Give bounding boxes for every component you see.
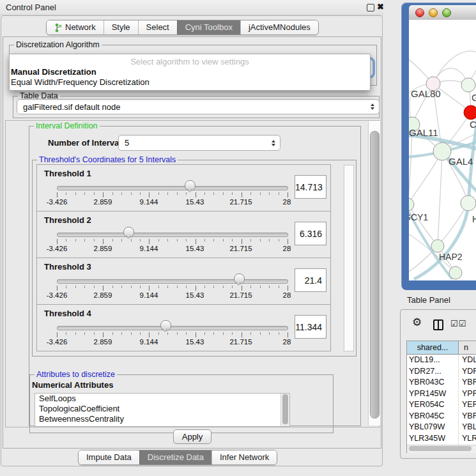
slider-scale-label: -3.426 [47,338,68,346]
threshold-value-field[interactable]: 11.344 [295,315,326,339]
network-canvas[interactable]: GAL80GCGAL11GAL4GCY1HHAP2 [409,20,476,280]
slider-ticks [57,192,288,197]
slider-scale-label: 21.715 [229,245,252,252]
network-node-label: GAL4 [449,156,473,167]
number-of-intervals-value: 5 [125,138,129,148]
attribute-list-item[interactable]: SelfLoops [35,394,289,404]
attributes-group-title: Attributes to discretize [35,370,117,379]
slider-scale-label: 21.715 [229,291,252,299]
attribute-list-item[interactable]: TopologicalCoefficient [35,404,289,414]
threshold-slider-track[interactable] [57,186,288,190]
node-attribute-table[interactable]: shared...n YDL19...YDL1YDR27...YDR2YBR04… [406,341,476,453]
slider-ticks [57,239,288,244]
network-node[interactable] [461,78,475,92]
table-row[interactable]: YBR045CYBR0 [407,411,476,422]
attribute-list-item[interactable]: BetweennessCentrality [35,414,289,424]
table-row[interactable]: YER054CYER0 [407,399,476,411]
slider-scale-label: 9.144 [140,245,158,252]
threshold-slider-track[interactable] [57,279,288,284]
slider-scale-label: 28 [283,245,291,252]
table-row[interactable]: YBR043CYBR0 [407,377,476,388]
algorithm-option[interactable]: Manual Discretization [10,67,370,77]
slider-scale-label: 15.43 [186,291,204,299]
apply-button[interactable]: Apply [173,429,211,444]
table-row[interactable]: YDL19...YDL1 [407,355,476,366]
control-panel-titlebar: Control Panel [0,0,383,15]
checkboxes-icon[interactable]: ☑☑ [450,319,466,328]
tab-label: Discretize Data [148,450,204,464]
combo-arrows-icon [272,140,275,146]
columns-icon[interactable] [433,319,443,330]
float-window-icon[interactable] [367,4,374,12]
table-column-header[interactable]: shared... [407,341,459,355]
threshold-row: Threshold 3-3.4262.8599.14415.4321.71528… [36,257,331,305]
network-node-label: HAP2 [439,252,463,262]
table-data-select[interactable]: galFiltered.sif default node [17,99,380,114]
algorithm-option[interactable]: Equal Width/Frequency Discretization [10,77,370,88]
algorithm-popup-hint: Select algorithm to view settings [10,54,370,67]
table-row[interactable]: YLR345WYLR3 [407,433,476,445]
threshold-slider-thumb[interactable] [123,227,134,238]
close-traffic-light-icon[interactable] [415,8,424,17]
slider-scale-label: 9.144 [140,291,158,299]
table-cell: YLR345W [407,433,458,445]
table-hscrollbar-thumb[interactable] [409,446,472,451]
interval-definition-title: Interval Definition [34,121,100,130]
table-row[interactable]: YDR27...YDR2 [407,366,476,378]
bottom-tab-infer-network[interactable]: Infer Network [211,450,277,464]
network-node[interactable] [409,198,414,211]
table-cell: YER0 [458,399,476,411]
thresholds-group-title: Threshold's Coordinates for 5 Intervals [37,155,178,164]
bottom-tab-impute-data[interactable]: Impute Data [79,450,139,464]
slider-scale-label: 2.859 [94,291,112,299]
minimize-traffic-light-icon[interactable] [429,8,438,17]
bottom-tabbar: Impute DataDiscretize DataInfer Network [78,450,277,465]
table-row[interactable]: YBL079WYBL0 [407,422,476,433]
threshold-value-field[interactable]: 21.4 [295,268,326,292]
threshold-label: Threshold 1 [44,169,91,178]
tab-label: Infer Network [220,450,269,464]
table-column-header[interactable]: n [459,341,476,355]
table-cell: YER054C [407,399,458,411]
gear-icon[interactable]: ⚙ [412,317,422,328]
main-scrollbar-thumb[interactable] [370,131,380,418]
close-icon[interactable]: ✖ [377,2,384,12]
threshold-slider-track[interactable] [57,233,288,237]
threshold-slider-thumb[interactable] [234,273,245,284]
slider-scale-label: 9.144 [140,338,158,346]
threshold-slider-track[interactable] [57,326,288,330]
network-node[interactable] [431,240,444,252]
table-cell: YBL079W [407,422,458,433]
control-panel-title: Control Panel [6,3,56,12]
threshold-value-field[interactable]: 14.713 [295,175,326,199]
number-of-intervals-select[interactable]: 5 [118,135,280,151]
slider-scale-label: 15.43 [186,245,204,252]
threshold-label: Threshold 3 [44,262,91,272]
numerical-attributes-list[interactable]: SelfLoopsTopologicalCoefficientBetweenne… [35,393,290,427]
threshold-value-field[interactable]: 6.316 [295,222,326,245]
discretization-algorithm-group-title: Discretization Algorithm [14,40,102,49]
thresholds-scrollbar-track[interactable] [344,165,354,351]
attributes-scrollbar-thumb[interactable] [282,394,288,424]
slider-scale-label: 21.715 [229,338,252,346]
algorithm-dropdown-popup: Select algorithm to view settings Manual… [9,54,371,91]
table-row[interactable]: YPR145WYPR1 [407,388,476,400]
attributes-scrollbar[interactable] [280,394,289,426]
threshold-slider-thumb[interactable] [160,320,171,331]
network-window-titlebar[interactable] [409,5,476,20]
table-cell: YBR043C [407,377,458,388]
tab-label: Impute Data [86,450,132,464]
slider-scale-label: -3.426 [47,291,68,299]
threshold-label: Threshold 4 [44,309,91,318]
bottom-tab-discretize-data[interactable]: Discretize Data [139,450,211,464]
network-node[interactable] [461,196,476,211]
network-node[interactable] [464,105,476,119]
table-data-value: galFiltered.sif default node [23,102,120,112]
slider-scale-label: 28 [283,338,291,346]
threshold-slider-thumb[interactable] [185,180,196,191]
table-header-row: shared...n [407,341,476,355]
slider-scale-label: 2.859 [94,245,112,252]
network-node[interactable] [449,266,462,279]
table-cell: YPR1 [458,388,476,400]
zoom-traffic-light-icon[interactable] [442,8,451,17]
